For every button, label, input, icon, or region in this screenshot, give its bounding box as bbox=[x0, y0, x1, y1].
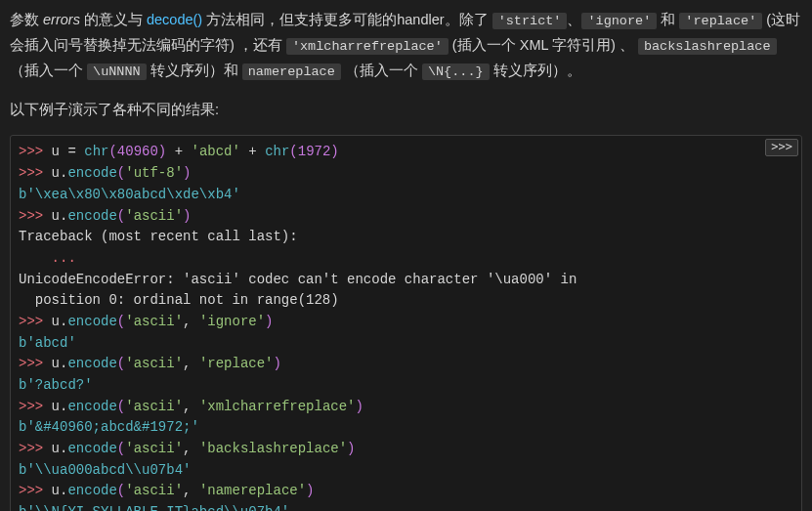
code-line: >>> u.encode('ascii', 'ignore') bbox=[19, 312, 793, 333]
prompt: >>> bbox=[19, 399, 52, 414]
output-line: b'&#40960;abcd&#1972;' bbox=[19, 417, 793, 439]
traceback-line: UnicodeEncodeError: 'ascii' codec can't … bbox=[19, 270, 793, 291]
code-nbrace: \N{...} bbox=[422, 64, 490, 80]
decode-link[interactable]: decode() bbox=[147, 12, 202, 27]
code-line: >>> u.encode('ascii', 'replace') bbox=[19, 354, 793, 375]
traceback-line: position 0: ordinal not in range(128) bbox=[19, 290, 793, 312]
output-line: b'\\ua000abcd\\u07b4' bbox=[19, 460, 793, 482]
text: 转义序列）。 bbox=[490, 63, 581, 78]
traceback-line: Traceback (most recent call last): bbox=[19, 227, 793, 248]
prompt: >>> bbox=[19, 441, 52, 456]
prompt: >>> bbox=[19, 208, 52, 224]
code-example: >>> >>> u = chr(40960) + 'abcd' + chr(19… bbox=[10, 135, 802, 511]
code-line: >>> u.encode('ascii', 'xmlcharrefreplace… bbox=[19, 397, 793, 418]
code-line: >>> u = chr(40960) + 'abcd' + chr(1972) bbox=[19, 142, 793, 163]
output-line: b'?abcd?' bbox=[19, 375, 793, 397]
text: 和 bbox=[657, 12, 679, 27]
text: （插入一个 bbox=[341, 63, 422, 78]
code-line: >>> u.encode('utf-8') bbox=[19, 163, 793, 185]
text: 的意义与 bbox=[80, 12, 147, 27]
copy-button[interactable]: >>> bbox=[765, 139, 798, 156]
code-ignore: 'ignore' bbox=[581, 13, 657, 29]
text: 转义序列）和 bbox=[147, 63, 242, 78]
prompt: >>> bbox=[19, 144, 52, 159]
code-replace: 'replace' bbox=[679, 13, 762, 29]
traceback-line: ... bbox=[19, 248, 793, 270]
output-line: b'abcd' bbox=[19, 333, 793, 355]
prompt: >>> bbox=[19, 165, 52, 181]
code-unnnn: \uNNNN bbox=[87, 64, 147, 80]
code-xmlcharrefreplace: 'xmlcharrefreplace' bbox=[286, 38, 449, 55]
code-backslashreplace: backslashreplace bbox=[638, 38, 777, 55]
intro-paragraph: 参数 errors 的意义与 decode() 方法相同，但支持更多可能的han… bbox=[10, 8, 802, 84]
code-line: >>> u.encode('ascii', 'backslashreplace'… bbox=[19, 439, 793, 460]
text: (插入一个 XML 字符引用) 、 bbox=[449, 37, 638, 53]
text: 参数 bbox=[10, 12, 43, 27]
output-line: b'\\N{YI SYLLABLE IT}abcd\\u07b4' bbox=[19, 502, 793, 511]
prompt: >>> bbox=[19, 483, 52, 498]
code-line: >>> u.encode('ascii') bbox=[19, 206, 793, 228]
example-lead: 以下例子演示了各种不同的结果: bbox=[10, 98, 802, 122]
text: 、 bbox=[567, 12, 581, 27]
text: （插入一个 bbox=[10, 63, 87, 78]
code-strict: 'strict' bbox=[492, 13, 568, 29]
text: 方法相同，但支持更多可能的handler。除了 bbox=[202, 12, 491, 27]
code-namereplace: namereplace bbox=[242, 64, 341, 80]
output-line: b'\xea\x80\x80abcd\xde\xb4' bbox=[19, 185, 793, 206]
prompt: >>> bbox=[19, 356, 52, 371]
prompt: >>> bbox=[19, 314, 52, 329]
errors-em: errors bbox=[43, 12, 80, 27]
code-line: >>> u.encode('ascii', 'namereplace') bbox=[19, 481, 793, 502]
